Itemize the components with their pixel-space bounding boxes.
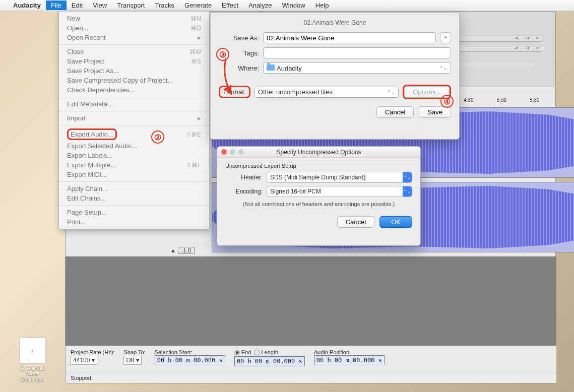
empty-track-area xyxy=(66,256,556,347)
desktop-file-label: 02.Animals Were Gone.mp3 xyxy=(15,365,49,382)
menu-effect[interactable]: Effect xyxy=(217,1,243,10)
menu-check-dependencies[interactable]: Check Dependencies... xyxy=(59,85,209,95)
save-as-label: Save As: xyxy=(219,34,259,42)
volume-slider[interactable] xyxy=(455,62,535,67)
menu-page-setup[interactable]: Page Setup... xyxy=(59,208,209,217)
project-rate-label: Project Rate (Hz): xyxy=(71,349,114,355)
cancel-button[interactable]: Cancel xyxy=(376,106,414,118)
menu-transport[interactable]: Transport xyxy=(112,1,150,10)
menu-save-project-as[interactable]: Save Project As... xyxy=(59,66,209,76)
menu-export-audio[interactable]: Export Audio...⇧⌘E xyxy=(59,127,209,141)
menu-help[interactable]: Help xyxy=(310,1,334,10)
menu-apply-chain[interactable]: Apply Chain... xyxy=(59,184,209,193)
save-as-field[interactable] xyxy=(263,32,436,43)
menu-window[interactable]: Window xyxy=(277,1,310,10)
time-mark: 5:30 xyxy=(530,97,539,103)
menu-tracks[interactable]: Tracks xyxy=(150,1,179,10)
status-bar: Stopped. xyxy=(66,374,556,383)
sheet-title: 02.Animals Were Gone xyxy=(219,19,451,26)
time-mark: 4:30 xyxy=(464,97,473,103)
macos-menubar: Audacity File Edit View Transport Tracks… xyxy=(0,0,574,11)
meter-tick: -3 xyxy=(526,36,529,40)
options-cancel-button[interactable]: Cancel xyxy=(337,216,374,228)
encoding-label: Encoding: xyxy=(225,188,263,195)
options-ok-button[interactable]: OK xyxy=(379,216,412,228)
selection-start-field[interactable]: 00 h 00 m 00.000 s xyxy=(155,355,225,365)
selection-start-label: Selection Start: xyxy=(155,349,225,355)
dialog-subtitle: Uncompressed Export Setup xyxy=(225,163,412,169)
menu-view[interactable]: View xyxy=(88,1,112,10)
menu-edit-chains[interactable]: Edit Chains... xyxy=(59,193,209,203)
radio-end[interactable] xyxy=(234,350,240,355)
meter-tick: -6 xyxy=(515,46,519,50)
selection-end-field[interactable]: 00 h 00 m 00.000 s xyxy=(234,356,305,366)
timeline-ruler[interactable]: 4:30 5:00 5:30 xyxy=(464,97,539,103)
dialog-title: Specify Uncompressed Options xyxy=(217,149,420,156)
snap-combo[interactable]: Off ▾ xyxy=(123,356,141,365)
menu-export-labels[interactable]: Export Labels... xyxy=(59,151,209,160)
menu-export-multiple[interactable]: Export Multiple...⇧⌘L xyxy=(59,160,209,170)
header-select[interactable]: SDS (Midi Sample Dump Standard)⌃⌄ xyxy=(267,172,412,183)
menu-file[interactable]: File xyxy=(46,1,67,10)
callout-3: ③ xyxy=(216,48,229,61)
expand-button[interactable]: ⌄ xyxy=(440,32,451,43)
file-thumbnail: ♪ xyxy=(19,338,45,364)
meter-tick: -3 xyxy=(526,46,529,50)
project-rate-combo[interactable]: 44100 ▾ xyxy=(71,356,97,365)
menu-new[interactable]: New⌘N xyxy=(59,14,209,23)
encoding-select[interactable]: Signed 16-bit PCM⌃⌄ xyxy=(267,186,412,197)
audio-position-label: Audio Position: xyxy=(314,349,385,355)
menu-save-project[interactable]: Save Project⌘S xyxy=(59,56,209,66)
callout-2: ② xyxy=(151,130,164,144)
menu-import[interactable]: Import xyxy=(59,113,209,123)
callout-4: ④ xyxy=(440,95,454,108)
format-label: Format: xyxy=(219,86,250,98)
menu-export-selected[interactable]: Export Selected Audio... xyxy=(59,141,209,151)
menu-open-recent[interactable]: Open Recent xyxy=(59,33,209,42)
where-popup[interactable]: Audacity⌃⌄ xyxy=(263,62,451,74)
menu-close[interactable]: Close⌘W xyxy=(59,47,209,56)
selection-toolbar: Project Rate (Hz): 44100 ▾ Snap To: Off … xyxy=(66,346,556,374)
tags-field[interactable] xyxy=(263,47,451,58)
menu-edit-metadata[interactable]: Edit Metadata... xyxy=(59,99,209,109)
menu-export-midi[interactable]: Export MIDI... xyxy=(59,170,209,179)
menu-open[interactable]: Open...⌘O xyxy=(59,23,209,33)
menu-save-compressed[interactable]: Save Compressed Copy of Project... xyxy=(59,76,209,85)
meter-tick: 0 xyxy=(536,36,538,40)
export-save-sheet: 02.Animals Were Gone Save As: ⌄ Tags: Wh… xyxy=(210,13,460,140)
level-meters: -6-30 -6-30 xyxy=(452,36,542,56)
snap-label: Snap To: xyxy=(123,349,145,355)
time-mark: 5:00 xyxy=(496,97,506,103)
meter-tick: 0 xyxy=(536,46,538,50)
menu-analyze[interactable]: Analyze xyxy=(243,1,277,10)
where-label: Where: xyxy=(219,64,259,72)
desktop-file-icon[interactable]: ♪ 02.Animals Were Gone.mp3 xyxy=(15,338,49,382)
menu-print[interactable]: Print... xyxy=(59,217,209,227)
file-menu-dropdown: New⌘N Open...⌘O Open Recent Close⌘W Save… xyxy=(58,11,210,229)
uncompressed-options-dialog: Specify Uncompressed Options Uncompresse… xyxy=(217,146,421,246)
save-button[interactable]: Save xyxy=(419,106,451,118)
meter-tick: -6 xyxy=(515,36,519,40)
folder-icon xyxy=(267,64,275,71)
options-note: (Not all combinations of headers and enc… xyxy=(225,201,412,207)
amp-value: -1.0 xyxy=(178,247,195,254)
format-popup[interactable]: Other uncompressed files⌃⌄ xyxy=(254,87,399,98)
menu-edit[interactable]: Edit xyxy=(67,1,88,10)
menu-generate[interactable]: Generate xyxy=(179,1,217,10)
end-length-toggle: End Length xyxy=(234,349,305,356)
header-label: Header: xyxy=(225,174,263,181)
audio-position-field[interactable]: 00 h 00 m 00.000 s xyxy=(314,355,385,365)
radio-length[interactable] xyxy=(254,350,260,355)
app-name[interactable]: Audacity xyxy=(8,1,46,10)
amplitude-ruler: ▲-1.0 xyxy=(166,246,199,254)
